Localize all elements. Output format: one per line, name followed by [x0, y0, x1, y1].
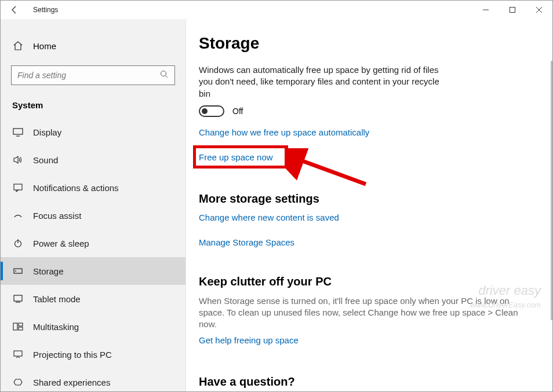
nav-home-label: Home — [33, 41, 56, 51]
link-free-up-now[interactable]: Free up space now — [199, 152, 273, 162]
nav-label: Shared experiences — [33, 378, 110, 387]
nav-label: Storage — [33, 266, 64, 276]
nav-label: Tablet mode — [33, 294, 81, 304]
storage-icon — [12, 265, 24, 277]
back-button[interactable] — [1, 1, 28, 19]
link-change-new-content[interactable]: Change where new content is saved — [199, 213, 339, 222]
nav-label: Display — [33, 127, 61, 137]
svg-rect-1 — [510, 8, 515, 13]
nav-focus-assist[interactable]: Focus assist — [1, 202, 185, 229]
maximize-button[interactable] — [499, 1, 526, 19]
power-icon — [12, 237, 24, 249]
sound-icon — [12, 154, 24, 166]
shared-icon — [12, 376, 24, 388]
svg-rect-15 — [19, 327, 23, 330]
svg-rect-14 — [19, 323, 23, 326]
tablet-icon — [12, 293, 24, 305]
titlebar: Settings — [1, 1, 552, 19]
toggle-state-label: Off — [232, 107, 243, 116]
nav-label: Projecting to this PC — [33, 350, 112, 360]
link-manage-storage-spaces[interactable]: Manage Storage Spaces — [199, 237, 294, 247]
search-box[interactable] — [11, 65, 175, 85]
nav-label: Sound — [33, 155, 58, 165]
svg-rect-16 — [14, 351, 22, 356]
close-button[interactable] — [526, 1, 552, 19]
search-input[interactable] — [17, 71, 160, 80]
nav-sound[interactable]: Sound — [1, 146, 185, 174]
nav-notifications[interactable]: Notifications & actions — [1, 174, 185, 202]
svg-point-2 — [161, 71, 166, 76]
nav-label: Multitasking — [33, 322, 79, 332]
more-settings-heading: More storage settings — [199, 192, 540, 206]
storage-sense-toggle-row: Off — [199, 105, 540, 117]
focus-assist-icon — [12, 210, 24, 221]
nav-projecting[interactable]: Projecting to this PC — [1, 340, 185, 368]
window-title: Settings — [28, 6, 58, 14]
nav-label: Power & sleep — [33, 239, 89, 248]
nav-tablet-mode[interactable]: Tablet mode — [1, 285, 185, 313]
nav-multitasking[interactable]: Multitasking — [1, 313, 185, 340]
nav-display[interactable]: Display — [1, 118, 185, 146]
content-pane: Storage Windows can automatically free u… — [186, 19, 552, 391]
sidebar-section-title: System — [1, 96, 185, 118]
nav-home[interactable]: Home — [1, 33, 185, 58]
clutter-heading: Keep clutter off your PC — [199, 275, 540, 288]
clutter-description: When Storage sense is turned on, it'll f… — [199, 295, 535, 331]
minimize-button[interactable] — [472, 1, 499, 19]
sidebar: Home System Display Sound Notification — [1, 19, 186, 391]
window-controls — [472, 1, 552, 19]
search-icon — [160, 70, 169, 80]
storage-description: Windows can automatically free up space … — [199, 64, 442, 100]
svg-rect-11 — [14, 295, 22, 301]
link-help-freeing[interactable]: Get help freeing up space — [199, 335, 299, 345]
svg-rect-6 — [14, 184, 22, 190]
nav-shared-experiences[interactable]: Shared experiences — [1, 368, 185, 392]
home-icon — [12, 40, 24, 52]
notifications-icon — [12, 182, 24, 193]
svg-point-10 — [15, 270, 16, 272]
question-heading: Have a question? — [199, 375, 540, 389]
nav-label: Focus assist — [33, 211, 81, 221]
toggle-knob — [202, 108, 208, 114]
page-heading: Storage — [199, 34, 540, 53]
svg-rect-4 — [13, 129, 23, 134]
storage-sense-toggle[interactable] — [199, 105, 224, 117]
link-change-auto[interactable]: Change how we free up space automaticall… — [199, 127, 369, 137]
projecting-icon — [12, 349, 24, 360]
svg-line-3 — [166, 76, 168, 78]
nav-label: Notifications & actions — [33, 183, 119, 193]
scrollbar[interactable] — [551, 61, 552, 320]
nav-storage[interactable]: Storage — [1, 257, 185, 285]
display-icon — [12, 126, 24, 138]
svg-rect-13 — [13, 323, 17, 330]
multitasking-icon — [12, 321, 24, 332]
nav-power-sleep[interactable]: Power & sleep — [1, 229, 185, 257]
